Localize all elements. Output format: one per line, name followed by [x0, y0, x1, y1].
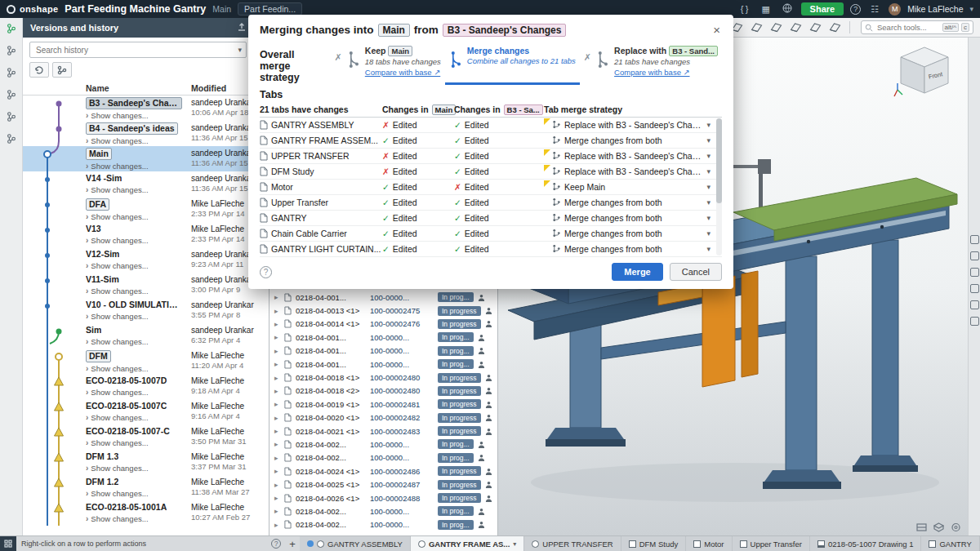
- tab-merge-strategy-select[interactable]: Merge changes from both ▾: [544, 211, 722, 225]
- version-row[interactable]: Sim › Show changes... sandeep Urankar 6:…: [23, 323, 269, 349]
- part-row[interactable]: ▸ 0218-04-0026 <1> 100-00002488 In progr…: [270, 491, 497, 504]
- mass-properties-icon[interactable]: [807, 20, 824, 35]
- display-states-panel-icon[interactable]: [970, 268, 979, 277]
- document-tab[interactable]: Motor: [686, 536, 732, 551]
- document-tab[interactable]: GANTRY FRAME AS... ▾: [411, 536, 524, 551]
- show-changes-toggle[interactable]: › Show changes...: [86, 337, 191, 346]
- version-row[interactable]: DFM 1.3 › Show changes... Mike LaFleche …: [23, 450, 269, 475]
- part-row[interactable]: ▸ 0218-04-0024 <1> 100-00002486 In progr…: [270, 464, 497, 478]
- measure-icon[interactable]: [787, 20, 804, 35]
- part-row[interactable]: ▸ 0218-04-002... 100-0000... In prog...: [270, 518, 497, 531]
- expand-row-icon[interactable]: ▸: [274, 454, 280, 462]
- document-tab[interactable]: 0218-05-1007 Drawing 1: [810, 536, 922, 551]
- show-changes-toggle[interactable]: › Show changes...: [86, 261, 191, 270]
- expand-row-icon[interactable]: ▸: [274, 400, 280, 408]
- restore-version-button[interactable]: [29, 62, 49, 78]
- help-icon[interactable]: ?: [850, 4, 861, 15]
- search-filter-caret-icon[interactable]: ▾: [238, 46, 242, 54]
- merge-button[interactable]: Merge: [612, 263, 662, 281]
- version-row[interactable]: V10 - OLD SIMULATION... › Show changes..…: [23, 298, 269, 323]
- history-search-box[interactable]: ▾: [29, 42, 247, 58]
- expand-row-icon[interactable]: ▸: [274, 307, 280, 315]
- display-options-icon[interactable]: [951, 522, 961, 532]
- compare-versions-button[interactable]: [52, 62, 72, 78]
- add-tab-button[interactable]: +: [285, 536, 300, 551]
- tabs-help-icon[interactable]: ?: [271, 539, 281, 549]
- section-view-icon[interactable]: [916, 522, 927, 532]
- part-row[interactable]: ▸ 0218-04-002... 100-0000... In prog...: [270, 451, 497, 464]
- part-row[interactable]: ▸ 0218-04-0021 <1> 100-00002483 In progr…: [270, 424, 497, 438]
- part-row[interactable]: ▸ 0218-04-0020 <1> 100-00002482 In progr…: [270, 411, 497, 424]
- compare-with-base-link[interactable]: Compare with base ↗: [365, 68, 441, 77]
- show-changes-toggle[interactable]: › Show changes...: [86, 364, 191, 373]
- show-changes-toggle[interactable]: › Show changes...: [86, 185, 191, 194]
- hem-icon[interactable]: [768, 20, 785, 35]
- other-document-tab[interactable]: Part Feedin...: [238, 2, 302, 16]
- tab-merge-strategy-select[interactable]: Keep Main ▾: [544, 180, 722, 194]
- version-row[interactable]: DFA › Show changes... Mike LaFleche 2:33…: [23, 197, 269, 222]
- expand-row-icon[interactable]: ▸: [274, 440, 280, 448]
- cancel-button[interactable]: Cancel: [670, 263, 722, 281]
- expand-row-icon[interactable]: ▸: [274, 387, 280, 395]
- version-row[interactable]: ECO-0218-05-1007D › Show changes... Mike…: [23, 374, 269, 399]
- expand-row-icon[interactable]: ▸: [274, 333, 280, 341]
- part-row[interactable]: ▸ 0218-04-001... 100-0000... In prog...: [270, 331, 497, 344]
- share-button[interactable]: Share: [801, 2, 844, 16]
- show-changes-toggle[interactable]: › Show changes...: [86, 136, 191, 145]
- part-row[interactable]: ▸ 0218-04-0018 <2> 100-00002480 In progr…: [270, 384, 497, 398]
- version-row[interactable]: V11-Sim › Show changes... sandeep Uranka…: [23, 273, 269, 298]
- show-changes-toggle[interactable]: › Show changes...: [86, 236, 191, 245]
- expand-row-icon[interactable]: ▸: [274, 360, 280, 368]
- history-icon[interactable]: [5, 110, 18, 123]
- named-views-panel-icon[interactable]: [970, 284, 979, 293]
- close-icon[interactable]: ×: [711, 23, 722, 37]
- app-switcher-icon[interactable]: [0, 536, 16, 551]
- expand-row-icon[interactable]: ▸: [274, 521, 280, 529]
- globe-icon[interactable]: [780, 3, 795, 15]
- show-changes-toggle[interactable]: › Show changes...: [86, 111, 191, 120]
- expand-row-icon[interactable]: ▸: [274, 320, 280, 328]
- tab-merge-strategy-select[interactable]: Merge changes from both ▾: [544, 196, 722, 210]
- expand-row-icon[interactable]: ▸: [274, 374, 280, 382]
- expand-row-icon[interactable]: ▸: [274, 481, 280, 489]
- part-row[interactable]: ▸ 0218-04-0025 <1> 100-00002487 In progr…: [270, 478, 497, 491]
- expand-row-icon[interactable]: ▸: [274, 347, 280, 355]
- part-row[interactable]: ▸ 0218-04-0013 <1> 100-00002475 In progr…: [270, 304, 497, 317]
- tab-merge-strategy-select[interactable]: Merge changes from both ▾: [544, 227, 722, 241]
- part-row[interactable]: ▸ 0218-04-002... 100-0000... In prog...: [270, 438, 497, 451]
- version-row[interactable]: Main › Show changes... sandeep Urankar 1…: [23, 146, 269, 171]
- search-tools-input[interactable]: [875, 22, 940, 33]
- version-row[interactable]: B3 - Sandeep's Change... › Show changes.…: [23, 96, 269, 121]
- follow-mode-icon[interactable]: [5, 44, 18, 57]
- version-row[interactable]: DFM 1.2 › Show changes... Mike LaFleche …: [23, 475, 269, 500]
- part-row[interactable]: ▸ 0218-04-0014 <1> 100-00002476 In progr…: [270, 318, 497, 331]
- merge-strategy-option[interactable]: ✗ Replace withB3 - Sand... 21 tabs have …: [580, 43, 722, 85]
- document-tab[interactable]: Upper Transfer: [733, 536, 810, 551]
- merge-strategy-option[interactable]: Merge changes Combine all changes to 21 …: [445, 43, 580, 85]
- show-changes-toggle[interactable]: › Show changes...: [86, 287, 191, 295]
- onshape-logo[interactable]: onshape: [7, 4, 58, 14]
- show-changes-toggle[interactable]: › Show changes...: [86, 413, 191, 422]
- expand-row-icon[interactable]: ▸: [274, 427, 280, 435]
- show-changes-toggle[interactable]: › Show changes...: [86, 489, 191, 498]
- configurations-panel-icon[interactable]: [970, 235, 979, 244]
- export-history-icon[interactable]: [237, 22, 247, 33]
- version-row[interactable]: V14 -Sim › Show changes... sandeep Urank…: [23, 171, 269, 197]
- compare-with-base-link[interactable]: Compare with base ↗: [614, 68, 718, 77]
- dialog-help-icon[interactable]: ?: [260, 266, 272, 278]
- document-tab[interactable]: DFM Study: [621, 536, 687, 551]
- scrollbar-thumb[interactable]: [716, 118, 722, 203]
- appearance-tool-icon[interactable]: [826, 20, 844, 35]
- show-changes-toggle[interactable]: › Show changes...: [86, 514, 191, 523]
- versions-history-panel-icon[interactable]: [5, 22, 18, 35]
- apps-panel-icon[interactable]: ▦: [759, 4, 773, 15]
- named-views-icon[interactable]: [933, 522, 944, 532]
- version-row[interactable]: ECO-0218-05-1001A › Show changes... Mike…: [23, 500, 269, 526]
- version-row[interactable]: ECO-0218-05-1007C › Show changes... Mike…: [23, 399, 269, 424]
- history-search-input[interactable]: [34, 45, 234, 56]
- chevron-down-icon[interactable]: ▾: [513, 540, 516, 548]
- bom-panel-icon[interactable]: [970, 300, 979, 309]
- show-changes-toggle[interactable]: › Show changes...: [86, 388, 191, 397]
- tab-merge-strategy-select[interactable]: Replace with B3 - Sandeep's Changes ▾: [544, 149, 722, 163]
- expand-row-icon[interactable]: ▸: [274, 414, 280, 422]
